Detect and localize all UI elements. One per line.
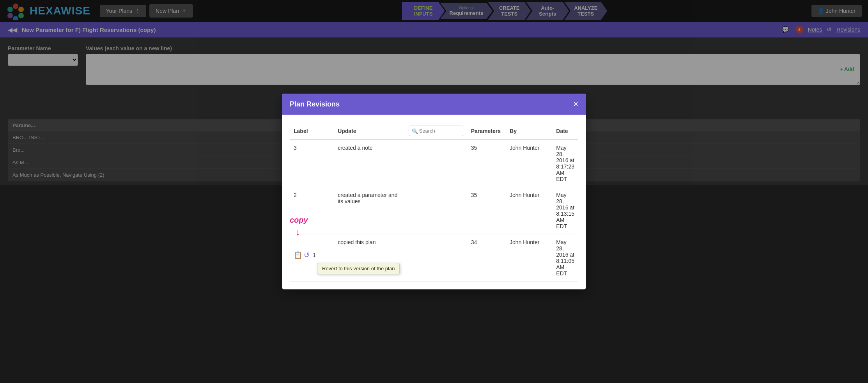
- cell-params-3: 35: [467, 140, 506, 185]
- modal-overlay[interactable]: Plan Revisions × Label Update 🔍: [0, 0, 868, 185]
- modal-header: Plan Revisions ×: [282, 94, 586, 115]
- search-wrap: 🔍: [409, 126, 463, 136]
- search-icon: 🔍: [412, 128, 418, 134]
- col-header-update: Update: [334, 122, 405, 140]
- cell-update-3: created a note: [334, 140, 405, 185]
- col-header-parameters: Parameters: [467, 122, 506, 140]
- table-row: 3 created a note 35 John Hunter May 28, …: [290, 140, 578, 185]
- cell-actions-3: [405, 140, 467, 185]
- cell-by-3: John Hunter: [506, 140, 552, 185]
- col-header-date: Date: [552, 122, 578, 140]
- cell-label-3: 3: [290, 140, 334, 185]
- table-header-row: Label Update 🔍 Parameters By Date: [290, 122, 578, 140]
- col-header-by: By: [506, 122, 552, 140]
- modal-body: Label Update 🔍 Parameters By Date: [282, 115, 586, 185]
- modal-title: Plan Revisions: [290, 100, 340, 108]
- cell-date-3: May 28, 2016 at 8:17:23 AM EDT: [552, 140, 578, 185]
- modal-close-button[interactable]: ×: [573, 100, 578, 108]
- plan-revisions-modal: Plan Revisions × Label Update 🔍: [282, 94, 586, 185]
- close-icon: ×: [573, 99, 578, 109]
- revision-label-3: 3: [294, 145, 297, 151]
- col-header-label: Label: [290, 122, 334, 140]
- revisions-table: Label Update 🔍 Parameters By Date: [290, 122, 578, 185]
- col-header-search: 🔍: [405, 122, 467, 140]
